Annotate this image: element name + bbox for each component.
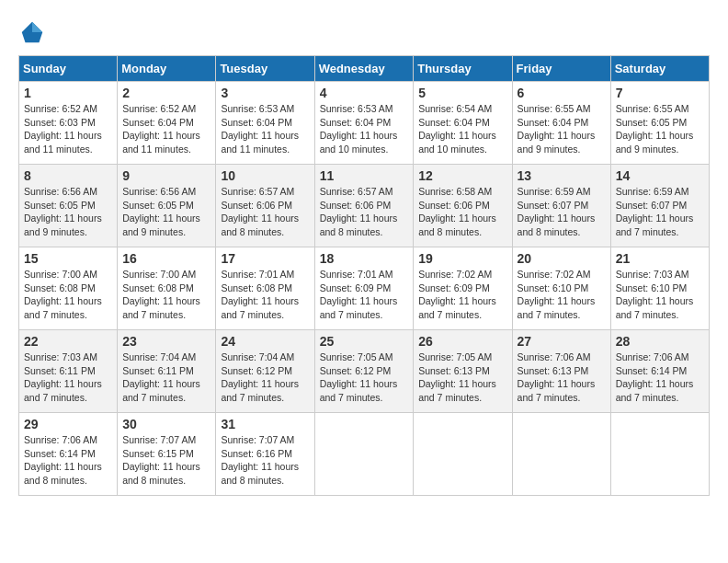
daylight-label: Daylight: 11 hours and 7 minutes. [24, 378, 102, 403]
daylight-label: Daylight: 11 hours and 8 minutes. [320, 213, 398, 237]
day-number: 30 [122, 417, 210, 431]
calendar-day-cell: 26 Sunrise: 7:05 AM Sunset: 6:13 PM Dayl… [414, 330, 512, 413]
day-info: Sunrise: 7:00 AM Sunset: 6:08 PM Dayligh… [122, 268, 210, 322]
day-number: 10 [221, 168, 309, 183]
header-tuesday: Tuesday [216, 56, 314, 82]
sunrise-label: Sunrise: 6:52 AM [122, 103, 196, 114]
day-number: 15 [24, 251, 112, 266]
day-info: Sunrise: 6:59 AM Sunset: 6:07 PM Dayligh… [616, 185, 704, 239]
sunset-label: Sunset: 6:06 PM [418, 200, 490, 211]
sunrise-label: Sunrise: 6:55 AM [616, 103, 689, 114]
day-info: Sunrise: 7:03 AM Sunset: 6:11 PM Dayligh… [24, 350, 112, 405]
sunrise-label: Sunrise: 7:06 AM [518, 351, 591, 362]
sunrise-label: Sunrise: 7:01 AM [221, 269, 294, 280]
day-number: 5 [418, 86, 506, 100]
sunrise-label: Sunrise: 7:06 AM [24, 434, 97, 445]
sunrise-label: Sunrise: 6:56 AM [122, 186, 196, 197]
sunrise-label: Sunrise: 6:56 AM [24, 186, 97, 197]
sunrise-label: Sunrise: 7:01 AM [320, 269, 393, 280]
daylight-label: Daylight: 11 hours and 7 minutes. [418, 295, 496, 320]
sunset-label: Sunset: 6:07 PM [518, 200, 589, 211]
header-friday: Friday [512, 56, 610, 82]
day-info: Sunrise: 7:02 AM Sunset: 6:09 PM Dayligh… [418, 268, 506, 322]
sunset-label: Sunset: 6:08 PM [221, 282, 292, 293]
calendar-day-cell: 14 Sunrise: 6:59 AM Sunset: 6:07 PM Dayl… [610, 165, 709, 247]
day-info: Sunrise: 7:06 AM Sunset: 6:14 PM Dayligh… [24, 433, 112, 488]
sunrise-label: Sunrise: 7:00 AM [24, 269, 97, 280]
calendar-day-cell: 22 Sunrise: 7:03 AM Sunset: 6:11 PM Dayl… [19, 330, 118, 413]
daylight-label: Daylight: 11 hours and 7 minutes. [320, 295, 398, 320]
day-number: 13 [518, 168, 606, 183]
day-info: Sunrise: 6:53 AM Sunset: 6:04 PM Dayligh… [221, 102, 309, 156]
calendar-week-row: 15 Sunrise: 7:00 AM Sunset: 6:08 PM Dayl… [19, 247, 710, 330]
sunrise-label: Sunrise: 7:04 AM [122, 351, 196, 362]
day-info: Sunrise: 6:56 AM Sunset: 6:05 PM Dayligh… [122, 185, 210, 239]
day-number: 11 [320, 168, 409, 183]
sunrise-label: Sunrise: 6:53 AM [320, 103, 393, 114]
sunset-label: Sunset: 6:06 PM [221, 200, 292, 211]
calendar-day-cell: 2 Sunrise: 6:52 AM Sunset: 6:04 PM Dayli… [118, 82, 216, 165]
sunrise-label: Sunrise: 6:59 AM [518, 186, 591, 197]
sunset-label: Sunset: 6:12 PM [320, 365, 392, 376]
daylight-label: Daylight: 11 hours and 9 minutes. [518, 130, 596, 155]
sunset-label: Sunset: 6:13 PM [418, 365, 490, 376]
sunset-label: Sunset: 6:05 PM [24, 200, 96, 211]
daylight-label: Daylight: 11 hours and 7 minutes. [418, 378, 496, 403]
day-number: 23 [122, 334, 210, 349]
logo-icon [18, 18, 46, 46]
day-info: Sunrise: 7:01 AM Sunset: 6:09 PM Dayligh… [320, 268, 409, 322]
sunrise-label: Sunrise: 7:06 AM [616, 351, 689, 362]
day-info: Sunrise: 6:57 AM Sunset: 6:06 PM Dayligh… [320, 185, 409, 239]
day-info: Sunrise: 7:06 AM Sunset: 6:14 PM Dayligh… [616, 350, 704, 405]
day-number: 25 [320, 334, 409, 349]
daylight-label: Daylight: 11 hours and 11 minutes. [122, 130, 200, 155]
day-number: 27 [518, 334, 606, 349]
daylight-label: Daylight: 11 hours and 7 minutes. [122, 295, 200, 320]
daylight-label: Daylight: 11 hours and 7 minutes. [616, 213, 694, 237]
calendar-day-cell: 23 Sunrise: 7:04 AM Sunset: 6:11 PM Dayl… [118, 330, 216, 413]
day-info: Sunrise: 7:06 AM Sunset: 6:13 PM Dayligh… [518, 350, 606, 405]
calendar-day-cell: 21 Sunrise: 7:03 AM Sunset: 6:10 PM Dayl… [610, 247, 709, 330]
day-info: Sunrise: 7:05 AM Sunset: 6:13 PM Dayligh… [418, 350, 506, 405]
daylight-label: Daylight: 11 hours and 7 minutes. [122, 378, 200, 403]
sunrise-label: Sunrise: 7:04 AM [221, 351, 294, 362]
sunrise-label: Sunrise: 6:54 AM [418, 103, 492, 114]
sunrise-label: Sunrise: 7:02 AM [518, 269, 591, 280]
sunrise-label: Sunrise: 6:58 AM [418, 186, 492, 197]
sunrise-label: Sunrise: 6:52 AM [24, 103, 97, 114]
sunset-label: Sunset: 6:16 PM [221, 448, 292, 459]
day-info: Sunrise: 7:02 AM Sunset: 6:10 PM Dayligh… [518, 268, 606, 322]
calendar-day-cell: 1 Sunrise: 6:52 AM Sunset: 6:03 PM Dayli… [19, 82, 118, 165]
daylight-label: Daylight: 11 hours and 7 minutes. [518, 378, 596, 403]
calendar-week-row: 29 Sunrise: 7:06 AM Sunset: 6:14 PM Dayl… [19, 413, 710, 496]
calendar-day-cell: 15 Sunrise: 7:00 AM Sunset: 6:08 PM Dayl… [19, 247, 118, 330]
sunset-label: Sunset: 6:11 PM [122, 365, 194, 376]
sunrise-label: Sunrise: 7:00 AM [122, 269, 196, 280]
sunset-label: Sunset: 6:05 PM [616, 117, 688, 128]
day-number: 3 [221, 86, 309, 100]
sunrise-label: Sunrise: 6:55 AM [518, 103, 591, 114]
calendar-day-cell: 19 Sunrise: 7:02 AM Sunset: 6:09 PM Dayl… [414, 247, 512, 330]
daylight-label: Daylight: 11 hours and 7 minutes. [221, 378, 299, 403]
sunset-label: Sunset: 6:03 PM [24, 117, 96, 128]
sunset-label: Sunset: 6:04 PM [221, 117, 292, 128]
daylight-label: Daylight: 11 hours and 8 minutes. [518, 213, 596, 237]
day-number: 26 [418, 334, 506, 349]
calendar-day-cell: 17 Sunrise: 7:01 AM Sunset: 6:08 PM Dayl… [216, 247, 314, 330]
calendar-day-cell: 31 Sunrise: 7:07 AM Sunset: 6:16 PM Dayl… [216, 413, 314, 496]
day-number: 19 [418, 251, 506, 266]
sunset-label: Sunset: 6:09 PM [320, 282, 392, 293]
day-number: 1 [24, 86, 112, 100]
sunset-label: Sunset: 6:10 PM [616, 282, 688, 293]
sunrise-label: Sunrise: 6:57 AM [320, 186, 393, 197]
calendar-day-cell: 30 Sunrise: 7:07 AM Sunset: 6:15 PM Dayl… [118, 413, 216, 496]
day-number: 14 [616, 168, 704, 183]
daylight-label: Daylight: 11 hours and 7 minutes. [518, 295, 596, 320]
calendar-day-cell: 20 Sunrise: 7:02 AM Sunset: 6:10 PM Dayl… [512, 247, 610, 330]
daylight-label: Daylight: 11 hours and 11 minutes. [24, 130, 102, 155]
calendar-day-cell: 24 Sunrise: 7:04 AM Sunset: 6:12 PM Dayl… [216, 330, 314, 413]
day-info: Sunrise: 7:01 AM Sunset: 6:08 PM Dayligh… [221, 268, 309, 322]
calendar-day-cell: 28 Sunrise: 7:06 AM Sunset: 6:14 PM Dayl… [610, 330, 709, 413]
header-thursday: Thursday [414, 56, 512, 82]
day-number: 12 [418, 168, 506, 183]
